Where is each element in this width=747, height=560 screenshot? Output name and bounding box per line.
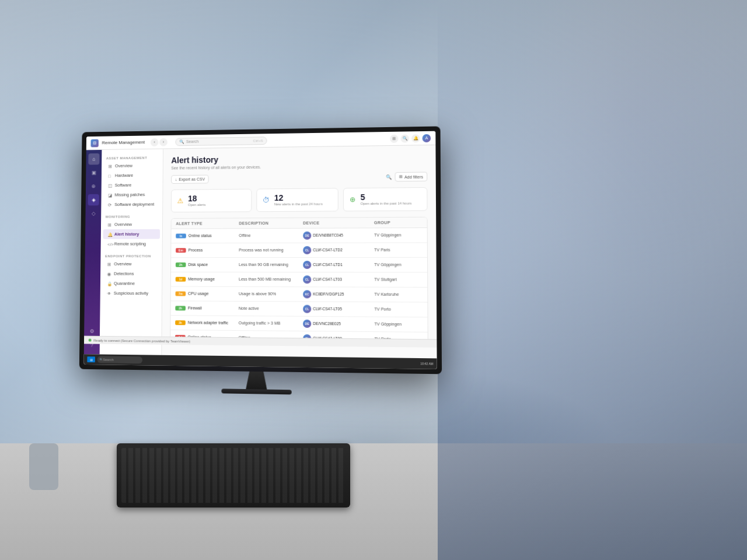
nav-overview-endpoint[interactable]: ⊞ Overview [103, 259, 160, 269]
main-content: Alert history See the recent history of … [162, 145, 437, 358]
status-text: Ready to connect (Secure Connection prov… [93, 338, 190, 343]
device-name: KC8DF/VDGP125 [313, 292, 344, 296]
title-search-bar[interactable]: 🔍 Search Ctrl+S [175, 136, 267, 146]
scan-icon: ◉ [107, 271, 112, 276]
alert-type-cell: 1d Memory usage [176, 277, 239, 282]
severity-badge: 1d [176, 277, 186, 282]
table-row[interactable]: 2h Disk space Less than 90 GB remaining … [171, 258, 427, 273]
device-cell: CL CLW-CS47-LTD2 [303, 246, 374, 254]
stat-open-alerts: ⚠ 18 Open alerts [171, 189, 252, 212]
nav-label: Overview [115, 163, 132, 169]
nav-hardware[interactable]: □ Hardware [104, 170, 160, 181]
export-csv-button[interactable]: ↓ Export as CSV [171, 174, 209, 183]
sidebar-icon-shield[interactable]: ⊕ [88, 180, 99, 192]
grid-icon-2: ⊞ [107, 222, 112, 227]
box-icon: ◫ [108, 183, 113, 188]
search-action-btn[interactable]: 🔍 [401, 134, 409, 142]
group-cell: TV Porto [374, 307, 423, 312]
keyboard [117, 443, 350, 508]
nav-quarantine[interactable]: 🔒 Quarantine [103, 278, 160, 288]
sidebar-icon-diamond[interactable]: ◇ [88, 208, 99, 219]
sidebar-icon-alert[interactable]: ◈ [88, 194, 99, 206]
back-button[interactable]: ‹ [151, 138, 159, 146]
monitor-bezel: ⊡ Remote Management ‹ › 🔍 Search Ctrl+S … [79, 126, 442, 374]
grid-icon-btn[interactable]: ⊞ [390, 134, 398, 142]
search-mini-btn[interactable]: 🔍 [385, 173, 392, 180]
section-monitoring: MONITORING [101, 212, 162, 219]
profile-btn[interactable]: A [423, 134, 431, 142]
monitor-stand [239, 372, 274, 390]
check-icon: ⊕ [350, 195, 355, 204]
device-avatar: CL [303, 261, 311, 269]
sidebar-icon-home[interactable]: ⌂ [88, 153, 99, 165]
export-label: Export as CSV [179, 177, 205, 181]
forward-button[interactable]: › [159, 138, 167, 146]
stat-label-3: Open alerts in the past 14 hours [361, 201, 412, 206]
nav-overview-asset[interactable]: ⊞ Overview [104, 160, 160, 171]
nav-label: Overview [114, 261, 131, 267]
severity-badge: 2h [175, 306, 186, 310]
nav-software[interactable]: ◫ Software [103, 180, 160, 190]
alert-type-name: Firewall [188, 306, 202, 310]
nav-suspicious-activity[interactable]: 👁 Suspicious activity [103, 288, 160, 298]
app-title: Remote Management [102, 139, 145, 145]
severity-badge: Em [176, 248, 186, 253]
alert-type-cell: In Online status [176, 233, 239, 238]
add-filters-button[interactable]: ⊞ Add filters [395, 172, 427, 182]
device-cell: CL CLW-CS47-LT03 [303, 275, 374, 284]
table-row[interactable]: 3h Network adapter traffic Outgoing traf… [170, 316, 427, 332]
device-cell: DE DE/VNC28E025 [303, 320, 374, 328]
device-avatar: DE [303, 320, 311, 328]
taskbar-search[interactable]: 🔍 Search [97, 356, 142, 363]
lock-icon: 🔒 [107, 281, 111, 286]
alert-type-name: Network adapter traffic [188, 321, 228, 326]
nav-remote-scripting[interactable]: </> Remote scripting [103, 239, 160, 249]
device-avatar: DE [303, 232, 311, 240]
start-button[interactable]: ⊞ [87, 356, 95, 362]
app-logo: ⊡ [90, 139, 98, 147]
description-cell: Less than 90 GB remaining [239, 262, 303, 267]
nav-detections[interactable]: ◉ Detections [103, 269, 160, 279]
stat-number-1: 18 [188, 194, 205, 203]
device-name: CLW-CS47-LTD2 [313, 248, 343, 252]
alert-type-name: Memory usage [188, 277, 215, 281]
nav-software-deployment[interactable]: ⟳ Software deployment [103, 200, 160, 209]
description-cell: Offline [239, 233, 303, 237]
description-cell: Outgoing traffic > 3 MB [239, 321, 303, 326]
nav-controls: ‹ › [151, 138, 167, 146]
nav-overview-monitoring[interactable]: ⊞ Overview [103, 219, 160, 229]
app-window: ⊡ Remote Management ‹ › 🔍 Search Ctrl+S … [84, 131, 437, 359]
patch-icon: ◪ [108, 192, 113, 197]
filter-icon: ⊞ [399, 174, 403, 179]
device-avatar: CL [303, 246, 311, 254]
nav-label: Software [115, 183, 131, 188]
device-cell: DE DE/VN0B8TC045 [303, 231, 374, 239]
device-avatar: CL [303, 304, 311, 313]
description-cell: Note active [239, 306, 303, 311]
table-row[interactable]: 7m CPU usage Usage is above 90% KC KC8DF… [171, 286, 428, 302]
nav-label: Overview [114, 222, 132, 227]
table-row[interactable]: 2h Firewall Note active CL CLW-CS47-LT05… [170, 301, 427, 317]
nav-alert-history[interactable]: 🔔 Alert history [103, 229, 160, 239]
table-row[interactable]: 1d Memory usage Less than 500 MB remaini… [171, 272, 427, 288]
table-body: In Online status Offline DE DE/VN0B8TC04… [170, 228, 428, 347]
device-cell: CL CLW-CS47-LT05 [303, 304, 374, 313]
group-cell: TV Karlsruhe [374, 292, 423, 296]
sidebar-icon-devices[interactable]: ▣ [88, 167, 99, 178]
alert-table: Alert type Description Device Group In O… [170, 216, 428, 347]
device-avatar: CL [303, 275, 311, 284]
nav-missing-patches[interactable]: ◪ Missing patches [103, 190, 160, 200]
grid-icon: ⊞ [109, 163, 113, 168]
device-name: CLW-CS47-LT05 [313, 307, 342, 311]
stats-row: ⚠ 18 Open alerts ⏱ 12 New alert [171, 187, 428, 212]
search-icon: 🔍 [179, 139, 184, 144]
table-row[interactable]: Em Process Process was not running CL CL… [171, 243, 427, 258]
alert-type-cell: 3h Network adapter traffic [175, 320, 239, 326]
description-cell: Usage is above 90% [239, 292, 303, 296]
stat-label-2: New alerts in the past 24 hours [274, 202, 323, 207]
description-cell: Process was not running [239, 248, 303, 252]
table-row[interactable]: In Online status Offline DE DE/VN0B8TC04… [171, 228, 427, 243]
section-endpoint-protection: ENDPOINT PROTECTION [100, 252, 162, 259]
notification-btn[interactable]: 🔔 [411, 134, 420, 142]
toolbar-right: 🔍 ⊞ Add filters [385, 172, 427, 182]
